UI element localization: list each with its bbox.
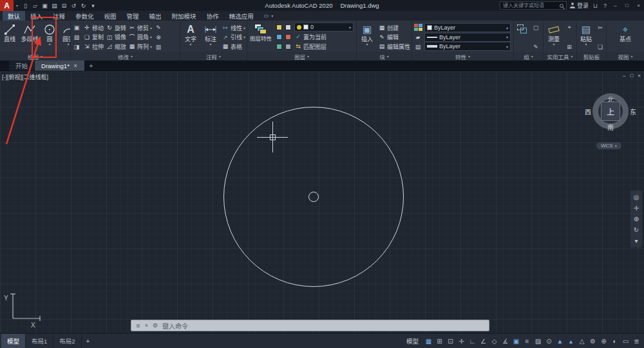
layer-dropdown[interactable]: 0 ▾	[294, 23, 354, 32]
layer-isolate-icon[interactable]	[284, 23, 292, 32]
search-field[interactable]	[500, 1, 567, 10]
transparency-icon[interactable]: ▨	[533, 336, 544, 347]
group-edit-icon[interactable]: ✎	[531, 42, 540, 51]
workspace-switching-icon[interactable]: ⚙	[587, 336, 598, 347]
lineweight-dropdown[interactable]: ByLayer▾	[424, 42, 511, 51]
create-block-tool[interactable]: ▦创建	[378, 23, 412, 32]
fillet-tool[interactable]: ⌒圆角▾	[128, 33, 152, 42]
close-button[interactable]: ×	[634, 3, 643, 8]
ribbon-tab-featured-apps[interactable]: 精选应用	[224, 11, 259, 21]
redo-icon[interactable]: ↻	[79, 1, 88, 10]
annotation-visibility-icon[interactable]: ▲	[554, 336, 565, 347]
panel-group-title[interactable]: 组 ▾	[514, 52, 543, 60]
tab-model[interactable]: 模型	[1, 334, 26, 348]
match-properties-icon[interactable]: ▰	[413, 33, 422, 41]
panel-utilities-title[interactable]: 实用工具 ▾	[544, 52, 576, 60]
viewcube-east[interactable]: 东	[630, 107, 636, 116]
annotation-scale-icon[interactable]: △	[576, 336, 587, 347]
customize-icon[interactable]: ≣	[631, 336, 642, 347]
dimension-tool[interactable]: 标注 ▾	[202, 22, 220, 47]
ribbon-tab-view[interactable]: 视图	[99, 11, 122, 21]
annotation-monitor-icon[interactable]: ⊕	[598, 336, 609, 347]
linetype-dropdown[interactable]: ByLayer▾	[424, 33, 511, 42]
ribbon-tab-annotate[interactable]: 注释	[48, 11, 70, 21]
hatch-tool-icon[interactable]: ▨	[72, 33, 81, 41]
layer-thaw-icon[interactable]	[284, 42, 292, 51]
search-icon[interactable]	[560, 4, 564, 8]
scale-tool[interactable]: ◿缩放	[106, 42, 126, 51]
layer-off-icon[interactable]	[275, 23, 283, 32]
new-file-icon[interactable]: ▯	[21, 1, 30, 10]
leader-dropdown-icon[interactable]: ▾	[243, 35, 245, 39]
object-color-palette-icon[interactable]	[413, 23, 422, 32]
dimension-dropdown-icon[interactable]: ▾	[209, 42, 211, 47]
ribbon-tab-manage[interactable]: 管理	[122, 11, 144, 21]
search-input[interactable]	[503, 3, 558, 8]
viewcube-west[interactable]: 西	[585, 107, 591, 116]
cut-icon[interactable]: ✂	[596, 23, 605, 32]
orbit-icon[interactable]: ↻	[632, 225, 641, 235]
panel-clipboard-title[interactable]: 剪贴板	[577, 52, 606, 60]
annotation-autoscale-icon[interactable]: ▴	[565, 336, 576, 347]
viewcube[interactable]: 北 南 西 东 上 WCS ▾	[583, 87, 638, 154]
app-menu-arrow-icon[interactable]: ▾	[14, 3, 21, 8]
infer-constraints-icon[interactable]: ⊡	[445, 336, 456, 347]
insert-block-dropdown-icon[interactable]: ▾	[366, 42, 368, 47]
pan-icon[interactable]: ✛	[632, 203, 641, 213]
paste-tool[interactable]: ▤ 粘贴 ▾	[578, 22, 594, 47]
panel-modify-title[interactable]: 修改 ▾	[71, 52, 180, 60]
polar-tracking-icon[interactable]: ∠	[478, 336, 489, 347]
move-tool[interactable]: ✛移动	[83, 23, 104, 32]
ribbon-tab-parametric[interactable]: 参数化	[70, 11, 99, 21]
panel-block-title[interactable]: 块 ▾	[357, 52, 412, 60]
ribbon-tab-insert[interactable]: 插入	[25, 11, 48, 21]
copy-tool[interactable]: ❏复制	[83, 33, 104, 42]
tab-close-icon[interactable]: ✕	[73, 63, 78, 69]
new-drawing-tab-button[interactable]: +	[85, 60, 98, 71]
trim-tool[interactable]: ✂修剪▾	[128, 23, 152, 32]
model-space-button[interactable]: 模型	[402, 336, 423, 345]
save-as-icon[interactable]: ▤	[50, 1, 59, 10]
restore-button[interactable]: □	[623, 3, 631, 8]
group-tool[interactable]	[515, 22, 529, 36]
linear-dropdown-icon[interactable]: ▾	[243, 26, 245, 30]
edit-attributes-tool[interactable]: ▤编辑属性▾	[378, 42, 412, 51]
snap-icon[interactable]: ⊞	[434, 336, 445, 347]
arc-dropdown-icon[interactable]: ▾	[67, 42, 69, 47]
lineweight-display-icon[interactable]: ≡	[522, 336, 533, 347]
viewport-close-icon[interactable]: ×	[638, 73, 641, 78]
navbar-more-icon[interactable]: ▾	[632, 236, 641, 246]
app-logo[interactable]: A	[0, 0, 14, 11]
mirror-tool[interactable]: ◫镜像	[106, 33, 126, 42]
circle-tool[interactable]: 圆 ▾	[41, 22, 58, 47]
ribbon-tab-output[interactable]: 输出	[144, 11, 167, 21]
ribbon-display-icon[interactable]: ▭	[264, 13, 269, 19]
panel-properties-title[interactable]: 特性 ▾	[412, 52, 513, 60]
ribbon-tab-collaborate[interactable]: 协作	[202, 11, 224, 21]
viewport-restore-icon[interactable]: □	[630, 73, 633, 78]
measure-tool[interactable]: 测量 ▾	[545, 22, 563, 47]
rotate-tool[interactable]: ↻旋转	[106, 23, 126, 32]
osnap-tracking-icon[interactable]: ∡	[500, 336, 511, 347]
wcs-menu[interactable]: WCS ▾	[596, 142, 621, 149]
isolate-objects-icon[interactable]: ◐	[609, 336, 620, 347]
minimize-button[interactable]: ‒	[611, 3, 620, 8]
panel-annotate-title[interactable]: 注释 ▾	[180, 52, 247, 60]
layer-freeze-icon[interactable]	[275, 33, 283, 42]
edit-block-tool[interactable]: ✎编辑	[378, 33, 412, 42]
trim-dropdown-icon[interactable]: ▾	[150, 26, 152, 30]
osnap-icon[interactable]: ▣	[511, 336, 522, 347]
ungroup-icon[interactable]: ▢	[531, 23, 540, 32]
text-tool[interactable]: A 文字 ▾	[182, 22, 200, 47]
circle-dropdown-icon[interactable]: ▾	[48, 42, 50, 47]
layer-lock-icon[interactable]	[284, 33, 292, 42]
stretch-tool[interactable]: ⇲拉伸	[83, 42, 104, 51]
array-tool[interactable]: ▦阵列▾	[128, 42, 152, 51]
viewport-controls[interactable]: [-][俯视][二维线框]	[2, 73, 48, 81]
command-line[interactable]: ≣ × ⚙ 键入命令	[131, 320, 489, 331]
tab-layout2[interactable]: 布局2	[53, 334, 81, 348]
command-grip-icon[interactable]: ≣	[136, 323, 140, 329]
viewcube-top-face[interactable]: 上	[601, 102, 620, 121]
dynamic-input-icon[interactable]: ✛	[456, 336, 467, 347]
open-file-icon[interactable]: ▱	[30, 1, 40, 10]
